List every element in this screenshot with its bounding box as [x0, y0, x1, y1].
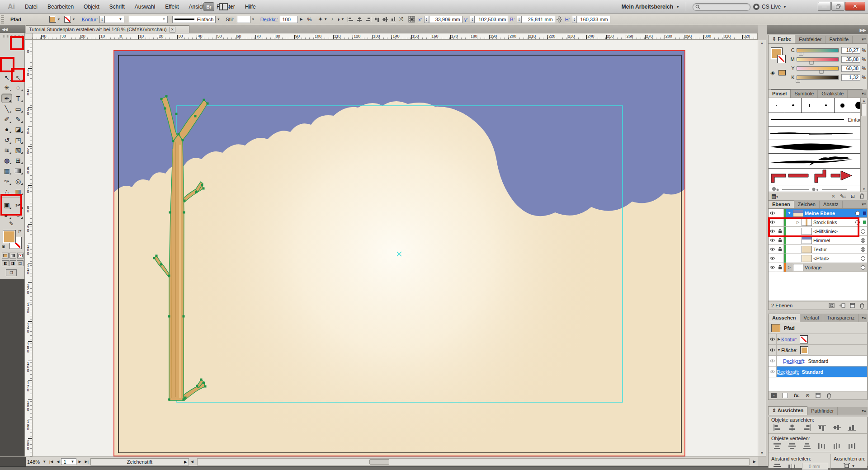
tab-grafikstile[interactable]: Grafikstile [818, 90, 848, 98]
select-similar-icon[interactable]: ✦▼ [318, 16, 327, 23]
column-graph-tool[interactable]: ▥ [13, 187, 24, 196]
target-circle-icon[interactable] [855, 211, 860, 216]
fill-color-well[interactable]: ▼ [49, 16, 61, 23]
visibility-eye-icon[interactable] [769, 218, 776, 226]
search-input[interactable] [693, 3, 750, 11]
align-left-button[interactable] [772, 423, 782, 432]
gradient-mode-button[interactable] [9, 253, 16, 258]
artwork-canvas[interactable] [33, 40, 758, 456]
anchor-point[interactable] [203, 188, 205, 190]
hand-tool[interactable]: ☛ [1, 210, 12, 220]
y-link[interactable]: y: [464, 17, 468, 22]
layer-main[interactable]: Himmel [786, 236, 867, 244]
screen-mode-button[interactable]: ❐ [6, 269, 17, 276]
pencil-tool[interactable]: ✎ [13, 114, 24, 124]
new-stroke-icon[interactable]: ▪ [771, 393, 777, 398]
draw-inside-button[interactable]: ◫ [17, 260, 24, 266]
anchor-point[interactable] [182, 139, 184, 141]
constrain-proportions-icon[interactable] [557, 16, 562, 23]
anchor-point[interactable] [175, 113, 178, 115]
anchor-point[interactable] [203, 99, 205, 101]
panel-menu-icon[interactable]: ▾≡ [862, 315, 866, 320]
align-middle-icon[interactable] [382, 16, 388, 23]
channel-slider[interactable] [797, 66, 839, 70]
object-opacity-row[interactable]: Deckkraft: Standard [769, 367, 867, 377]
expand-icon[interactable]: ▼ [787, 211, 792, 215]
lasso-tool[interactable]: ◌ [13, 83, 24, 92]
distribute-left-button[interactable] [817, 442, 827, 450]
artboard-number-dropdown[interactable]: 1▼ [61, 458, 76, 465]
chevron-down-icon[interactable]: ▼ [71, 16, 76, 23]
rotate-tool[interactable]: ↺ [1, 135, 12, 145]
duplicate-item-icon[interactable] [816, 393, 821, 398]
panel-menu-icon[interactable]: ▾≡ [862, 91, 866, 96]
collapse-panels-button[interactable]: ▶▶ [767, 25, 868, 34]
visibility-eye-icon[interactable] [769, 209, 776, 217]
eraser-tool[interactable]: ◪ [13, 124, 24, 134]
channel-slider[interactable] [797, 57, 839, 61]
panel-menu-icon[interactable]: ▾≡ [862, 202, 866, 207]
close-button[interactable]: ✕ [845, 2, 865, 11]
align-left-icon[interactable] [347, 17, 354, 22]
tab-ebenen[interactable]: Ebenen [768, 200, 794, 208]
ruler-corner[interactable] [25, 33, 33, 40]
blend-tool[interactable]: ◎ [13, 176, 24, 186]
bridge-button[interactable]: Br [203, 2, 214, 11]
reference-point-icon[interactable] [408, 16, 415, 23]
y-field[interactable]: 102,503 mm [475, 16, 508, 23]
fill-chip[interactable] [800, 346, 808, 354]
vertical-scrollbar[interactable]: ▲ ▼ [758, 40, 766, 456]
selection-tool[interactable]: ↖ [1, 73, 12, 82]
brush-options-icon[interactable]: ✎≡ [840, 193, 846, 199]
target-circle-icon[interactable] [861, 229, 865, 234]
menu-hilfe[interactable]: Hilfe [240, 0, 261, 14]
target-circle-icon[interactable] [861, 238, 865, 243]
anchor-point[interactable] [183, 315, 185, 318]
distribute-right-button[interactable] [847, 442, 857, 450]
anchor-point[interactable] [195, 191, 198, 193]
anchor-point[interactable] [168, 315, 170, 318]
tab-farbe[interactable]: ⇕ Farbe [768, 35, 795, 43]
restore-button[interactable] [831, 2, 844, 11]
horizontal-ruler[interactable]: 4030201001020304050607080901001101201301… [33, 33, 758, 40]
layer-name[interactable]: <Pfad> [813, 256, 829, 261]
current-tool-status[interactable]: Zeichenstift ▶ [90, 458, 189, 465]
visibility-eye-icon[interactable] [769, 263, 776, 272]
fill-attribute-row[interactable]: ▼ Fläche: [769, 345, 867, 356]
paintbrush-tool[interactable]: ✐ [1, 114, 12, 124]
pen-tool[interactable]: ✒ [1, 94, 12, 103]
anchor-point[interactable] [153, 257, 156, 259]
layer-main[interactable]: ▼Meine Ebene [786, 209, 867, 217]
channel-value-field[interactable]: 35,88 [841, 56, 861, 63]
fill-stroke-indicator[interactable] [771, 47, 783, 59]
close-tab-icon[interactable]: ✕ [170, 27, 175, 33]
layer-name[interactable]: <Hilfslinie> [813, 229, 838, 234]
slider-marker-icon[interactable] [799, 52, 803, 55]
stroke-none-chip[interactable] [800, 335, 808, 343]
tab-absatz[interactable]: Absatz [820, 201, 843, 208]
anchor-point[interactable] [164, 108, 166, 110]
gradient-tool[interactable] [13, 166, 24, 175]
anchor-point[interactable] [196, 385, 198, 387]
scroll-up-icon[interactable]: ▲ [863, 99, 866, 102]
stroke-attribute-row[interactable]: ▶ Kontur: [769, 334, 867, 345]
target-circle-icon[interactable] [861, 256, 865, 261]
visibility-eye-icon[interactable] [769, 254, 776, 263]
type-tool[interactable]: T [13, 94, 24, 103]
default-fill-stroke-icon[interactable]: ▣ [2, 244, 5, 249]
layer-main[interactable]: ▷Stock links [786, 218, 867, 226]
anchor-point[interactable] [207, 103, 209, 105]
draw-behind-button[interactable]: ◨ [9, 260, 16, 266]
scroll-left-icon[interactable]: ◀ [191, 460, 193, 464]
channel-value-field[interactable]: 60,38 [841, 65, 861, 72]
width-link[interactable]: B: [510, 17, 514, 22]
layer-row-stock-links[interactable]: ▷Stock links [769, 218, 867, 227]
lock-icon[interactable] [776, 263, 784, 272]
canvas-viewport[interactable] [33, 40, 758, 456]
chevron-down-icon[interactable]: ▼ [216, 16, 221, 23]
slider-marker-icon[interactable] [796, 80, 800, 82]
stroke-style-dropdown[interactable]: Einfach [172, 16, 216, 23]
anchor-point[interactable] [168, 275, 170, 277]
align-top-button[interactable] [817, 423, 827, 432]
perspective-grid-tool[interactable]: ⊞ [13, 155, 24, 165]
